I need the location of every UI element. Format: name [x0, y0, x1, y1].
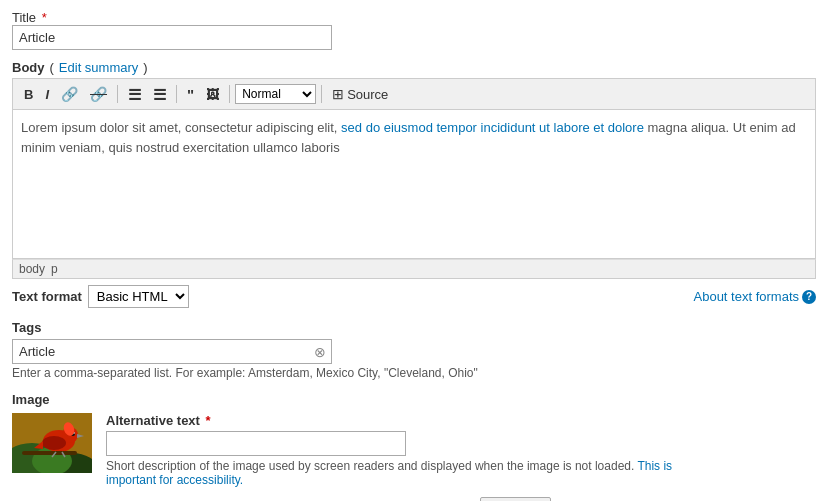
statusbar-body: body	[19, 262, 45, 276]
file-info-row: 🖼 red-pompadour-cotinga-3906740_960_720.…	[106, 497, 816, 501]
toolbar-divider-4	[321, 85, 322, 103]
bold-button[interactable]: B	[19, 85, 38, 104]
text-format-row: Text format Basic HTML Full HTML Plain t…	[12, 285, 816, 308]
statusbar-p: p	[51, 262, 58, 276]
text-format-label: Text format	[12, 289, 82, 304]
ol-button[interactable]: ☰	[148, 84, 171, 105]
body-label-paren-close: )	[143, 60, 147, 75]
alt-text-hint: Short description of the image used by s…	[106, 459, 686, 487]
image-row: Alternative text * Short description of …	[12, 413, 816, 501]
svg-point-10	[42, 436, 66, 450]
editor-content[interactable]: Lorem ipsum dolor sit amet, consectetur …	[12, 109, 816, 259]
tags-label: Tags	[12, 320, 816, 335]
toolbar-divider-2	[176, 85, 177, 103]
remove-button[interactable]: Remove	[480, 497, 550, 501]
title-label-text: Title	[12, 10, 36, 25]
blockquote-button[interactable]: "	[182, 84, 199, 105]
editor-statusbar: body p	[12, 259, 816, 279]
bird-thumbnail-svg	[12, 413, 92, 473]
image-thumbnail	[12, 413, 92, 473]
about-text-formats-link[interactable]: About text formats ?	[694, 289, 817, 304]
image-section-label: Image	[12, 392, 816, 407]
editor-toolbar: B I 🔗 🔗 ☰ ☰ " 🖼 Normal Heading 1 Heading…	[12, 78, 816, 109]
alt-text-input[interactable]	[106, 431, 406, 456]
tags-clear-icon[interactable]: ⊗	[314, 344, 326, 360]
image-section: Image	[12, 392, 816, 501]
toolbar-divider-3	[229, 85, 230, 103]
image-insert-button[interactable]: 🖼	[201, 85, 224, 104]
about-text-formats-label: About text formats	[694, 289, 800, 304]
edit-summary-link[interactable]: Edit summary	[59, 60, 138, 75]
alt-text-required-star: *	[202, 413, 211, 428]
text-format-select[interactable]: Basic HTML Full HTML Plain text	[88, 285, 189, 308]
body-label-paren-open: (	[50, 60, 54, 75]
editor-text: Lorem ipsum dolor sit amet, consectetur …	[21, 118, 807, 157]
svg-rect-13	[22, 451, 77, 455]
source-icon: ⊞	[332, 86, 344, 102]
tags-input[interactable]	[12, 339, 332, 364]
text-format-left: Text format Basic HTML Full HTML Plain t…	[12, 285, 189, 308]
body-field: Body ( Edit summary ) B I 🔗 🔗 ☰ ☰ " 🖼 No…	[12, 60, 816, 308]
title-field: Title *	[12, 10, 816, 50]
format-select[interactable]: Normal Heading 1 Heading 2 Heading 3	[235, 84, 316, 104]
alt-text-label: Alternative text *	[106, 413, 816, 428]
link-button[interactable]: 🔗	[56, 84, 83, 104]
help-icon: ?	[802, 290, 816, 304]
title-required-star: *	[38, 10, 47, 25]
unlink-button[interactable]: 🔗	[85, 84, 112, 104]
sed-link[interactable]: sed do eiusmod tempor incididunt ut labo…	[341, 120, 604, 135]
title-label: Title *	[12, 10, 47, 25]
title-input[interactable]	[12, 25, 332, 50]
body-label: Body	[12, 60, 45, 75]
image-details: Alternative text * Short description of …	[106, 413, 816, 501]
source-label: Source	[347, 87, 388, 102]
tags-field: Tags ⊗ Enter a comma-separated list. For…	[12, 320, 816, 380]
ul-button[interactable]: ☰	[123, 84, 146, 105]
italic-button[interactable]: I	[40, 85, 54, 104]
tags-input-wrapper: ⊗	[12, 339, 332, 364]
dolore-link[interactable]: dolore	[608, 120, 644, 135]
source-button[interactable]: ⊞ Source	[327, 83, 393, 105]
toolbar-divider-1	[117, 85, 118, 103]
tags-hint: Enter a comma-separated list. For exampl…	[12, 366, 816, 380]
